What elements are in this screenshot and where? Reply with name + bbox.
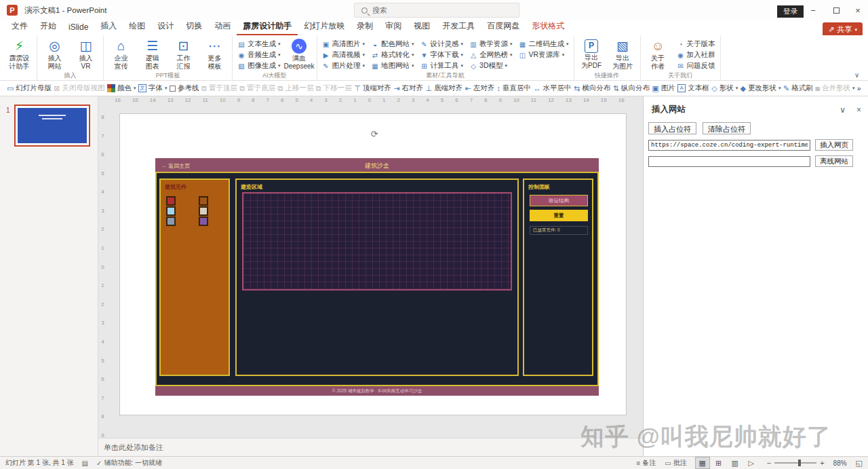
fit-to-window-icon[interactable]: ◱ [856, 459, 863, 468]
accessibility-status[interactable]: ✓ 辅助功能: 一切就绪 [96, 458, 162, 468]
insert-placeholder-button[interactable]: 插入占位符 [648, 122, 696, 134]
slideshow-view-button[interactable]: ▷ [745, 457, 758, 468]
login-button[interactable]: 登录 [777, 5, 804, 18]
pane-collapse-icon[interactable]: ∨ [840, 105, 846, 115]
ribbon-small-item-4-1-1[interactable]: ⇄格式转化▾ [368, 50, 417, 60]
ribbon-small-item-4-2-1[interactable]: ▼字体下载▾ [418, 50, 467, 60]
minimize-button[interactable]: − [802, 0, 825, 20]
toolbar-item-16[interactable]: ⇅纵向分布 [613, 83, 650, 93]
ribbon-button-5-1[interactable]: ▧导出 为图片 [608, 37, 638, 71]
menu-tab-1[interactable]: 开始 [34, 19, 62, 35]
ribbon-button-1-0[interactable]: ◎插入 网站 [39, 37, 70, 71]
reading-view-button[interactable]: ▥ [728, 457, 742, 468]
ribbon-button-2-3[interactable]: ⋯更多 模板 [199, 37, 230, 71]
toolbar-item-4[interactable]: 参考线 [170, 83, 199, 93]
zoom-slider[interactable]: − + [767, 459, 825, 467]
toolbar-item-15[interactable]: ⇆横向分布 [574, 83, 610, 93]
ribbon-button-3-1[interactable]: ∿满血 Deepseek [284, 37, 315, 71]
ribbon-small-item-3-0-2[interactable]: ▧图像生成▾ [235, 60, 283, 71]
ribbon-small-item-3-0-0[interactable]: ▤文本生成▾ [235, 39, 283, 50]
ribbon-small-item-4-2-0[interactable]: ✎设计灵感▾ [418, 39, 467, 50]
slide-thumbnail[interactable] [14, 105, 90, 147]
toolbar-item-21[interactable]: ✎格式刷 [783, 83, 813, 93]
menu-tab-2[interactable]: iSlide [62, 21, 94, 35]
ribbon-small-item-4-1-0[interactable]: ◒配色网站▾ [368, 39, 417, 50]
ribbon-small-item-6-1-2[interactable]: ✉问题反馈 [674, 60, 718, 71]
menu-tab-10[interactable]: 录制 [351, 19, 379, 35]
menu-tab-0[interactable]: 文件 [5, 19, 34, 35]
toolbar-item-3[interactable]: 文字体▾ [138, 83, 167, 93]
ribbon-small-item-4-1-2[interactable]: ▦地图网站▾ [368, 60, 417, 71]
web-placeholder-object[interactable]: ← 返回主页 建筑沙盒 建筑元件 建造区域 控制面板 验证结构 [155, 158, 599, 396]
menu-tab-5[interactable]: 设计 [151, 19, 180, 35]
search-box[interactable] [354, 3, 519, 18]
toolbar-item-23[interactable]: » [857, 84, 861, 92]
menu-tab-14[interactable]: 百度网盘 [481, 19, 526, 35]
zoom-thumb[interactable] [798, 459, 801, 466]
menu-tab-6[interactable]: 切换 [180, 19, 208, 35]
ribbon-small-item-4-0-0[interactable]: ▣高清图片▾ [319, 39, 368, 50]
ribbon-small-item-4-0-1[interactable]: ▶高清视频▾ [319, 50, 368, 60]
ribbon-button-0-0[interactable]: ⚡霹雳设 计助手 [4, 37, 35, 71]
offline-url-input[interactable] [648, 156, 810, 167]
ribbon-button-2-0[interactable]: ⌂企业 宣传 [106, 37, 136, 71]
toolbar-item-11[interactable]: ⊥底端对齐 [425, 83, 462, 93]
rotate-handle-icon[interactable]: ⟳ [369, 129, 380, 140]
pane-close-icon[interactable]: × [856, 105, 861, 115]
ribbon-small-item-4-4-1[interactable]: ◫VR资源库▾ [516, 50, 572, 60]
notes-toggle-button[interactable]: ≡ 备注 [636, 458, 656, 468]
menu-tab-8[interactable]: 霹雳设计助手 [237, 19, 298, 35]
menu-tab-11[interactable]: 审阅 [379, 19, 408, 35]
menu-tab-9[interactable]: 幻灯片放映 [298, 19, 351, 35]
ribbon-button-2-2[interactable]: ⊡工作 汇报 [168, 37, 199, 71]
toolbar-item-5[interactable]: ⧉置于顶层 [201, 83, 237, 93]
notes-area[interactable]: 单击此处添加备注 [98, 438, 643, 456]
ribbon-button-2-1[interactable]: ☰逻辑 图表 [137, 37, 167, 71]
ribbon-button-5-0[interactable]: P导出 为PDF [576, 37, 607, 70]
toolbar-item-7[interactable]: ⧉上移一层 [278, 83, 314, 93]
zoom-out-icon[interactable]: − [767, 459, 771, 467]
toolbar-item-13[interactable]: ↕垂直居中 [497, 83, 532, 93]
proofing-icon[interactable]: ▤ [82, 459, 88, 467]
website-url-input[interactable] [648, 140, 810, 151]
toolbar-item-22[interactable]: ◙合并形状▾ [815, 83, 854, 93]
zoom-in-icon[interactable]: + [820, 459, 824, 467]
toolbar-item-8[interactable]: ⧉下移一层 [316, 83, 352, 93]
ribbon-small-item-4-2-2[interactable]: ⊞计算工具▾ [418, 60, 467, 71]
vertical-ruler[interactable]: 876543210123456789 [99, 114, 106, 438]
menu-tab-7[interactable]: 动画 [208, 19, 237, 35]
comments-toggle-button[interactable]: ▭ 批注 [665, 458, 686, 468]
zoom-track[interactable] [774, 462, 816, 464]
toolbar-item-18[interactable]: A文本框 [677, 83, 709, 93]
ribbon-small-item-6-1-0[interactable]: ◔关于版本 [674, 39, 718, 50]
slide-sorter-view-button[interactable]: ⊞ [712, 457, 726, 468]
zoom-percent[interactable]: 88% [833, 459, 847, 467]
insert-webpage-button[interactable]: 插入网页 [815, 139, 853, 151]
toolbar-item-1[interactable]: ⊠关闭母版视图 [54, 83, 104, 93]
ribbon-small-item-4-3-2[interactable]: ◇3D模型▾ [467, 60, 515, 71]
menu-tab-3[interactable]: 插入 [94, 19, 123, 35]
search-input[interactable] [372, 6, 494, 14]
ribbon-small-item-4-3-1[interactable]: △全网热榜▾ [467, 50, 515, 60]
maximize-button[interactable] [825, 0, 848, 20]
toolbar-item-0[interactable]: ▭幻灯片母版 [7, 83, 52, 93]
ribbon-small-item-4-3-0[interactable]: ▥教学资源▾ [467, 39, 515, 50]
menu-tab-12[interactable]: 视图 [408, 19, 436, 35]
ribbon-button-6-0[interactable]: ☺关于 作者 [643, 37, 673, 71]
offline-website-button[interactable]: 离线网站 [815, 155, 853, 167]
toolbar-item-17[interactable]: ▣图片 [652, 83, 675, 93]
menu-tab-15[interactable]: 形状格式 [526, 19, 570, 35]
toolbar-item-20[interactable]: ◆更改形状▾ [741, 83, 781, 93]
horizontal-ruler[interactable]: 1615141312111098765432101234567891011121… [115, 97, 625, 105]
ribbon-small-item-4-4-0[interactable]: ▦二维码生成▾ [516, 39, 572, 50]
ribbon-button-1-1[interactable]: ◫插入 VR [71, 37, 101, 71]
ribbon-small-item-4-0-2[interactable]: ✎图片处理▾ [319, 60, 368, 71]
share-button[interactable]: ⇗ 共享 ▾ [823, 22, 863, 37]
toolbar-item-9[interactable]: ⊤顶端对齐 [354, 83, 391, 93]
toolbar-item-10[interactable]: ⇥右对齐 [393, 83, 423, 93]
toolbar-item-12[interactable]: ⇤左对齐 [465, 83, 494, 93]
clear-placeholder-button[interactable]: 清除占位符 [703, 122, 751, 134]
normal-view-button[interactable]: ▦ [696, 457, 709, 468]
ribbon-small-item-6-1-1[interactable]: ◉加入社群 [674, 50, 718, 60]
slide[interactable]: ⟳ ← 返回主页 建筑沙盒 建筑元件 建造区域 [119, 113, 627, 415]
